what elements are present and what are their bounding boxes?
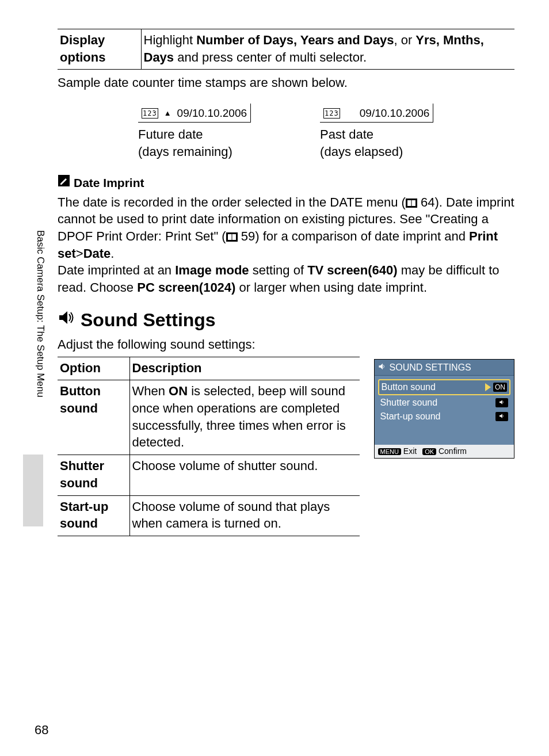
sound-intro: Adjust the following sound settings:	[58, 336, 514, 353]
menu-item-shutter-sound[interactable]: Shutter sound	[378, 396, 510, 410]
menu-item-startup-sound[interactable]: Start-up sound	[378, 410, 510, 423]
speaker-icon	[378, 361, 386, 374]
note-header: Date Imprint	[58, 174, 514, 191]
past-date-value: 09/10.10.2006	[360, 106, 430, 121]
future-label-1: Future date	[138, 126, 251, 143]
past-label-1: Past date	[320, 126, 433, 143]
sample-future: 123 ▲ 09/10.10.2006 Future date (days re…	[138, 103, 251, 160]
sample-past: 123 09/10.10.2006 Past date (days elapse…	[320, 103, 433, 160]
book-ref-icon	[406, 195, 417, 209]
col-description: Description	[129, 357, 360, 380]
sidebar-section-label: Basic Camera Setup: The Setup Menu	[33, 230, 47, 398]
status-badge: ON	[493, 383, 507, 392]
screen-title: SOUND SETTINGS	[390, 361, 471, 374]
svg-marker-10	[500, 414, 502, 418]
menu-pill: MENU	[378, 448, 401, 455]
sample-stamps: 123 ▲ 09/10.10.2006 Future date (days re…	[138, 103, 514, 160]
note-title: Date Imprint	[74, 175, 144, 191]
book-ref-icon	[226, 229, 238, 243]
counter-icon: 123	[323, 108, 340, 119]
svg-marker-7	[59, 311, 67, 324]
note-body: The date is recorded in the order select…	[58, 194, 514, 296]
screen-footer: MENU Exit OK Confirm	[375, 445, 514, 458]
sample-intro: Sample date counter time stamps are show…	[58, 74, 514, 91]
sound-settings-heading: Sound Settings	[58, 308, 514, 333]
past-label-2: (days elapsed)	[320, 143, 433, 161]
speaker-icon	[58, 308, 75, 333]
future-date-value: 09/10.10.2006	[177, 106, 247, 121]
table-row: Button sound When ON is selected, beep w…	[58, 380, 360, 455]
display-options-label: Display options	[58, 29, 141, 70]
speaker-icon	[495, 412, 508, 421]
page-number: 68	[35, 721, 48, 739]
menu-item-button-sound[interactable]: Button sound ON	[378, 379, 510, 395]
table-row: Shutter sound Choose volume of shutter s…	[58, 455, 360, 495]
future-label-2: (days remaining)	[138, 143, 251, 161]
camera-screen: SOUND SETTINGS Button sound ON Shutter s…	[374, 359, 514, 459]
pencil-icon	[58, 174, 70, 191]
sidebar-marker	[23, 455, 43, 526]
counter-icon: 123	[142, 108, 158, 119]
display-options-table: Display options Highlight Number of Days…	[58, 29, 514, 70]
svg-marker-9	[500, 400, 502, 404]
ok-pill: OK	[422, 448, 436, 455]
display-options-text: Highlight Number of Days, Years and Days…	[141, 29, 514, 70]
sound-options-table: Option Description Button sound When ON …	[58, 357, 360, 536]
svg-marker-8	[379, 364, 383, 369]
chevron-right-icon	[485, 383, 491, 391]
triangle-icon: ▲	[164, 108, 171, 119]
table-row: Start-up sound Choose volume of sound th…	[58, 495, 360, 536]
col-option: Option	[58, 357, 129, 380]
speaker-icon	[495, 398, 508, 407]
screen-title-bar: SOUND SETTINGS	[375, 360, 514, 376]
